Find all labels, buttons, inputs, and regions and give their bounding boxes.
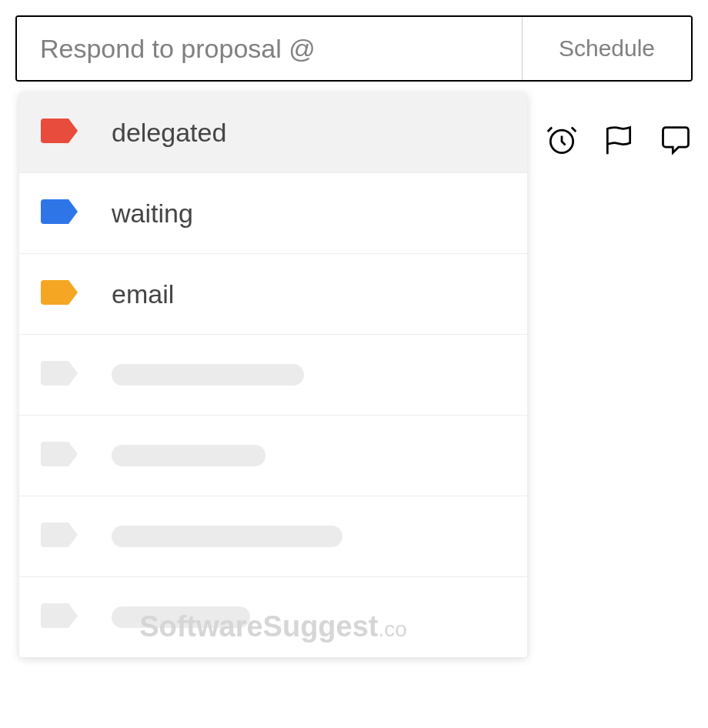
- schedule-button[interactable]: Schedule: [522, 17, 691, 80]
- tag-option-waiting[interactable]: waiting: [19, 173, 527, 254]
- tag-icon-placeholder: [41, 600, 81, 634]
- task-input-row: Schedule: [15, 15, 693, 82]
- tag-label: waiting: [112, 199, 193, 229]
- tag-icon-placeholder: [41, 519, 81, 553]
- flag-icon[interactable]: [602, 123, 636, 157]
- comment-icon[interactable]: [659, 123, 693, 157]
- tag-option-placeholder: [19, 335, 527, 416]
- tag-dropdown: delegated waiting email SoftwareSuggest.…: [19, 92, 527, 657]
- placeholder-text: [112, 364, 304, 386]
- action-icons-row: [545, 123, 693, 157]
- placeholder-text: [112, 526, 342, 547]
- tag-option-placeholder: [19, 416, 527, 496]
- tag-icon: [41, 115, 81, 149]
- tag-icon: [41, 196, 81, 230]
- tag-label: email: [112, 279, 174, 309]
- tag-option-placeholder: [19, 577, 527, 657]
- tag-icon-placeholder: [41, 358, 81, 392]
- task-input[interactable]: [17, 17, 522, 80]
- reminder-icon[interactable]: [545, 123, 579, 157]
- placeholder-text: [112, 606, 250, 628]
- tag-option-delegated[interactable]: delegated: [19, 92, 527, 173]
- tag-icon: [41, 277, 81, 311]
- placeholder-text: [112, 445, 266, 466]
- tag-option-email[interactable]: email: [19, 254, 527, 335]
- tag-label: delegated: [112, 118, 226, 148]
- tag-icon-placeholder: [41, 439, 81, 473]
- tag-option-placeholder: [19, 496, 527, 577]
